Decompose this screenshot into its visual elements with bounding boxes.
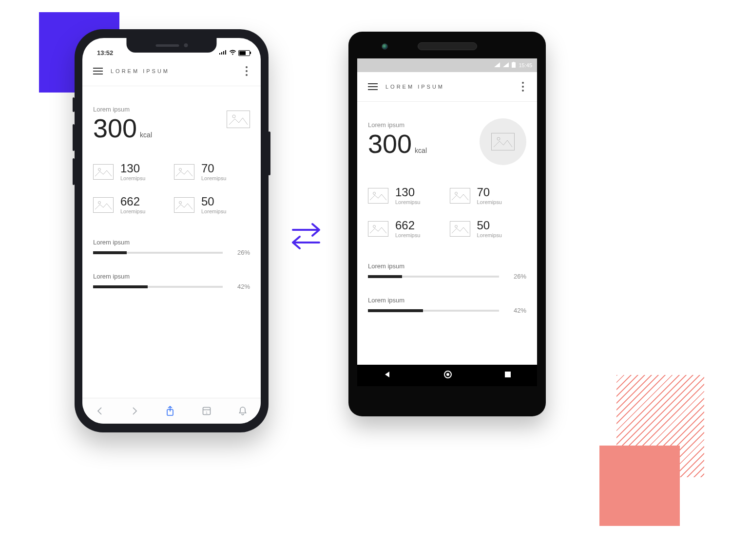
- progress-percent: 42%: [506, 307, 526, 314]
- progress-percent: 26%: [506, 273, 526, 280]
- progress-row: Lorem ipsum 42%: [368, 297, 526, 314]
- image-placeholder-icon: [368, 188, 388, 204]
- ios-toolbar: 1: [82, 398, 261, 424]
- stat-label: Loremipsu: [395, 199, 420, 205]
- image-placeholder-icon: [174, 197, 194, 213]
- earpiece: [418, 42, 477, 50]
- back-button[interactable]: [96, 406, 104, 416]
- svg-rect-17: [513, 62, 515, 63]
- progress-label: Lorem ipsum: [93, 273, 250, 280]
- hero-block: Lorem ipsum 300kcal: [93, 106, 250, 141]
- app-title: LOREM IPSUM: [111, 68, 170, 74]
- svg-rect-1: [221, 52, 222, 55]
- stat-value: 130: [395, 187, 420, 198]
- svg-rect-2: [223, 51, 224, 55]
- signal-icon: [494, 62, 500, 68]
- battery-icon: [512, 62, 516, 69]
- svg-marker-23: [385, 372, 389, 377]
- svg-point-5: [98, 168, 101, 171]
- hero-label: Lorem ipsum: [368, 121, 427, 129]
- stat-label: Loremipsu: [201, 208, 226, 214]
- power-button[interactable]: [268, 131, 270, 175]
- image-placeholder-icon: [368, 221, 388, 237]
- stat-label: Loremipsu: [120, 175, 145, 181]
- image-placeholder-icon: [450, 221, 470, 237]
- hero-value: 300kcal: [368, 131, 427, 157]
- svg-point-25: [446, 373, 449, 376]
- share-button[interactable]: [166, 406, 174, 416]
- mute-switch[interactable]: [73, 97, 75, 112]
- svg-point-22: [455, 225, 457, 228]
- hero-label: Lorem ipsum: [93, 106, 152, 113]
- stats-grid: 130Loremipsu 70Loremipsu 662Loremipsu 50…: [93, 163, 250, 214]
- stat-item: 70Loremipsu: [450, 187, 527, 205]
- svg-point-6: [179, 168, 182, 171]
- svg-rect-0: [219, 53, 220, 55]
- android-statusbar: 15:45: [357, 58, 537, 72]
- image-placeholder-icon: [491, 133, 515, 150]
- progress-label: Lorem ipsum: [368, 262, 526, 270]
- progress-bar[interactable]: [93, 252, 223, 254]
- more-icon[interactable]: [519, 82, 526, 92]
- hero-image-avatar[interactable]: [480, 118, 526, 165]
- stat-value: 70: [201, 163, 226, 174]
- image-placeholder-icon: [227, 111, 250, 128]
- cellular-icon: [219, 49, 227, 56]
- svg-rect-3: [225, 50, 226, 55]
- nav-recent[interactable]: [504, 371, 511, 380]
- stat-label: Loremipsu: [395, 232, 420, 238]
- app-header: LOREM IPSUM: [82, 56, 261, 86]
- progress-block: Lorem ipsum 26% Lorem ipsum 42%: [368, 262, 526, 314]
- svg-point-19: [373, 192, 376, 195]
- svg-point-18: [497, 137, 500, 140]
- swap-icon: [285, 219, 327, 255]
- notifications-button[interactable]: [238, 406, 247, 416]
- android-device: 15:45 LOREM IPSUM Lorem ipsum 300kcal: [348, 32, 546, 416]
- svg-marker-15: [503, 62, 509, 67]
- statusbar-time: 13:52: [97, 49, 113, 56]
- progress-bar[interactable]: [368, 310, 499, 312]
- forward-button[interactable]: [131, 406, 138, 416]
- progress-row: Lorem ipsum 26%: [93, 239, 250, 256]
- progress-row: Lorem ipsum 42%: [93, 273, 250, 290]
- hero-unit: kcal: [140, 131, 152, 139]
- app-content: LOREM IPSUM Lorem ipsum 300kcal: [357, 72, 537, 365]
- progress-row: Lorem ipsum 26%: [368, 262, 526, 280]
- stat-item: 662Loremipsu: [93, 196, 169, 214]
- android-navbar: [357, 365, 537, 386]
- stat-item: 70Loremipsu: [174, 163, 250, 181]
- stats-grid: 130Loremipsu 70Loremipsu 662Loremipsu 50…: [368, 187, 526, 238]
- statusbar-time: 15:45: [519, 62, 532, 68]
- menu-icon[interactable]: [368, 83, 378, 90]
- stat-value: 130: [120, 163, 145, 174]
- app-content: LOREM IPSUM Lorem ipsum 300kcal: [82, 56, 261, 398]
- svg-point-8: [179, 202, 182, 204]
- more-icon[interactable]: [243, 66, 250, 76]
- iphone-screen: 13:52 LOREM IPSUM: [82, 38, 261, 424]
- stat-label: Loremipsu: [120, 208, 145, 214]
- stat-value: 662: [120, 196, 145, 207]
- nav-home[interactable]: [443, 370, 452, 381]
- progress-percent: 26%: [230, 249, 250, 256]
- progress-bar[interactable]: [368, 276, 499, 278]
- image-placeholder-icon: [174, 164, 194, 180]
- hero-unit: kcal: [415, 147, 427, 154]
- notch: [127, 38, 217, 53]
- volume-up[interactable]: [73, 124, 75, 151]
- menu-icon[interactable]: [93, 68, 103, 75]
- stat-label: Loremipsu: [477, 199, 502, 205]
- tabs-button[interactable]: 1: [202, 406, 212, 416]
- progress-label: Lorem ipsum: [368, 297, 526, 304]
- nav-back[interactable]: [384, 371, 391, 380]
- volume-down[interactable]: [73, 158, 75, 185]
- svg-point-21: [373, 225, 376, 228]
- stat-item: 130Loremipsu: [368, 187, 445, 205]
- progress-label: Lorem ipsum: [93, 239, 250, 246]
- stat-item: 662Loremipsu: [368, 220, 445, 238]
- progress-bar[interactable]: [93, 286, 223, 288]
- wifi-icon: [229, 49, 236, 56]
- progress-block: Lorem ipsum 26% Lorem ipsum 42%: [93, 239, 250, 290]
- stat-item: 130Loremipsu: [93, 163, 169, 181]
- svg-text:1: 1: [206, 411, 208, 414]
- front-camera: [382, 43, 388, 50]
